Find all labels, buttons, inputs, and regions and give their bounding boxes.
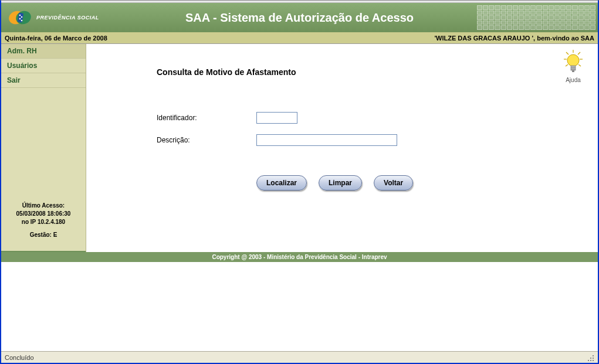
help-button[interactable]: Ajuda: [563, 50, 584, 83]
resize-grip-icon[interactable]: [586, 353, 594, 362]
descricao-input[interactable]: [256, 134, 397, 146]
footer-text: Copyright @ 2003 - Ministério da Previdê…: [212, 254, 387, 260]
logo-text: PREVIDÊNCIA SOCIAL: [36, 15, 99, 21]
logo: PREVIDÊNCIA SOCIAL: [1, 9, 99, 26]
header-decoration: [475, 3, 598, 32]
status-bar: Concluído: [1, 351, 598, 363]
sidebar-item-sair[interactable]: Sair: [1, 73, 86, 88]
localizar-button[interactable]: Localizar: [256, 175, 307, 190]
button-row: Localizar Limpar Voltar: [256, 175, 580, 190]
identificador-label: Identificador:: [157, 114, 256, 122]
last-access-value: 05/03/2008 18:06:30: [5, 210, 82, 218]
svg-point-5: [19, 18, 21, 20]
status-text: Concluído: [5, 354, 34, 361]
help-label: Ajuda: [563, 77, 584, 83]
svg-point-4: [21, 16, 23, 18]
descricao-label: Descrição:: [157, 136, 256, 144]
last-access-ip: no IP 10.2.4.180: [5, 218, 82, 226]
previdencia-logo-icon: [8, 9, 33, 26]
info-bar: Quinta-feira, 06 de Marco de 2008 'WILZE…: [1, 32, 598, 44]
footer: Copyright @ 2003 - Ministério da Previdê…: [1, 252, 598, 262]
sidebar-session-info: Último Acesso: 05/03/2008 18:06:30 no IP…: [1, 196, 86, 252]
identificador-input[interactable]: [256, 112, 297, 124]
sidebar-item-label: Usuários: [7, 62, 37, 70]
limpar-button[interactable]: Limpar: [319, 175, 362, 190]
voltar-button[interactable]: Voltar: [374, 175, 413, 190]
header: PREVIDÊNCIA SOCIAL SAA - Sistema de Auto…: [1, 3, 598, 32]
sidebar-item-label: Adm. RH: [7, 47, 37, 55]
sidebar-item-adm-rh[interactable]: Adm. RH: [1, 44, 86, 59]
svg-line-13: [578, 64, 581, 66]
svg-line-8: [566, 52, 568, 55]
sidebar: Adm. RH Usuários Sair Último Acesso: 05/…: [1, 44, 86, 252]
svg-line-12: [566, 64, 568, 66]
gestao-value: Gestão: E: [5, 231, 82, 239]
svg-point-3: [19, 15, 21, 16]
sidebar-item-label: Sair: [7, 76, 21, 84]
svg-point-14: [567, 55, 579, 66]
sidebar-item-usuarios[interactable]: Usuários: [1, 59, 86, 73]
form-row-identificador: Identificador:: [157, 112, 580, 124]
svg-line-9: [578, 52, 580, 55]
svg-rect-18: [572, 70, 574, 72]
welcome-message: 'WILZE DAS GRACAS ARAUJO ', bem-vindo ao…: [434, 35, 594, 42]
current-date: Quinta-feira, 06 de Marco de 2008: [5, 35, 107, 42]
page-title: Consulta de Motivo de Afastamento: [157, 67, 580, 77]
last-access-label: Último Acesso:: [5, 202, 82, 210]
content: Ajuda Consulta de Motivo de Afastamento …: [86, 44, 598, 252]
lightbulb-icon: [563, 50, 584, 76]
main-area: Adm. RH Usuários Sair Último Acesso: 05/…: [1, 44, 598, 252]
svg-point-6: [21, 20, 23, 22]
form-row-descricao: Descrição:: [157, 134, 580, 146]
svg-rect-15: [571, 66, 576, 70]
